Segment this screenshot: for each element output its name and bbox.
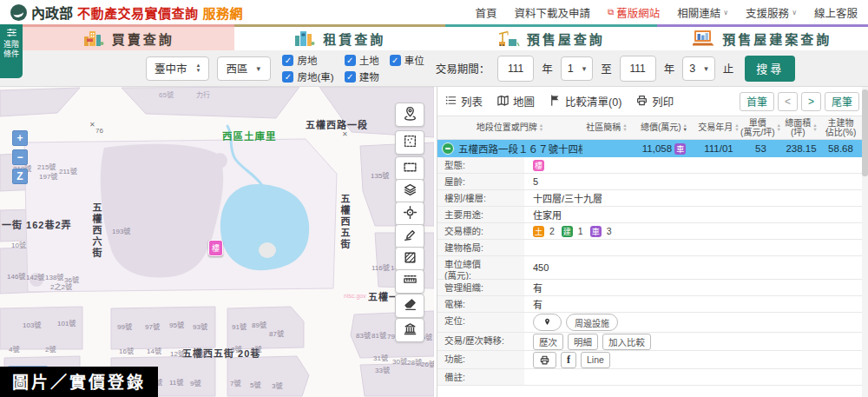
column-header-3[interactable]: 交易年月▲▼ bbox=[697, 122, 740, 133]
house-number-label: 197號 bbox=[39, 171, 57, 181]
nav-item-label: 首頁 bbox=[476, 4, 497, 21]
tab-label: 預售屋查詢 bbox=[527, 30, 605, 48]
zoom-out-button[interactable]: − bbox=[12, 149, 28, 165]
panel-scrollbar[interactable] bbox=[862, 87, 868, 397]
tab-label: 預售屋建案查詢 bbox=[722, 30, 832, 48]
nearby-facilities-button[interactable]: 周邊設施 bbox=[566, 314, 618, 331]
target-土-badge: 土 bbox=[533, 226, 544, 237]
tab-租賃查詢[interactable]: 租賃查詢 bbox=[234, 24, 446, 50]
scrollbar-thumb[interactable] bbox=[862, 89, 868, 176]
checkbox-check-icon: ✓ bbox=[390, 55, 401, 66]
year-to-input[interactable] bbox=[620, 56, 656, 82]
checkbox-車位[interactable]: ✓車位 bbox=[390, 53, 424, 67]
nav-item-label: 資料下載及申請 bbox=[515, 4, 591, 21]
map-tool-hatch-button[interactable] bbox=[395, 247, 424, 271]
toolbar-flag-button[interactable]: 比較清單(0) bbox=[549, 93, 621, 109]
tab-預售屋建案查詢[interactable]: 預售屋建案查詢 bbox=[657, 24, 868, 50]
map-tool-eraser-button[interactable] bbox=[395, 294, 424, 318]
checkbox-label: 土地 bbox=[359, 53, 379, 67]
column-header-0[interactable]: 地段位置或門牌▲▼ bbox=[437, 122, 582, 133]
detail-明細-button[interactable]: 明細 bbox=[568, 334, 598, 350]
year-from-input[interactable] bbox=[497, 56, 534, 82]
print-button[interactable] bbox=[533, 352, 556, 368]
map-tool-landmark-button[interactable] bbox=[395, 318, 424, 342]
detail-label: 主要用途: bbox=[437, 207, 524, 222]
nav-item-相關連結[interactable]: 相關連結∨ bbox=[677, 4, 728, 21]
tab-買賣查詢[interactable]: 買賣查詢 bbox=[23, 24, 234, 50]
map-tool-select-rect-button[interactable] bbox=[395, 156, 424, 181]
map-tool-locate-button[interactable] bbox=[395, 202, 424, 226]
nav-item-支援服務[interactable]: 支援服務∨ bbox=[746, 4, 797, 21]
prev-page-button[interactable]: < bbox=[778, 92, 798, 111]
locate-pin-button[interactable] bbox=[533, 314, 562, 331]
toolbar-list-button[interactable]: 列表 bbox=[444, 93, 483, 109]
first-page-button[interactable]: 首筆 bbox=[740, 92, 774, 111]
checkbox-label: 建物 bbox=[359, 69, 379, 83]
advanced-criteria-button[interactable]: 進階 條件 bbox=[0, 24, 23, 78]
map-tool-measure-button[interactable] bbox=[395, 269, 424, 294]
tab-預售屋查詢[interactable]: 預售屋查詢 bbox=[445, 24, 657, 50]
city-select[interactable]: 臺中市 ▲▼ bbox=[146, 56, 209, 81]
detail-value: fLine bbox=[524, 351, 868, 368]
zoom-in-button[interactable]: + bbox=[12, 130, 28, 146]
toolbar-label: 比較清單(0) bbox=[565, 93, 621, 109]
nav-item-label: 線上客服 bbox=[814, 4, 858, 21]
checkbox-土地[interactable]: ✓土地 bbox=[345, 53, 379, 67]
zoom-reset-button[interactable]: Z bbox=[12, 169, 28, 184]
map-tool-select-area-button[interactable] bbox=[395, 130, 424, 155]
pagination: 首筆<>尾筆 bbox=[740, 92, 859, 111]
house-number-label: 4號 bbox=[9, 344, 19, 354]
column-header-2[interactable]: 總價(萬元)▲▼ bbox=[631, 122, 697, 133]
nav-item-資料下載及申請[interactable]: 資料下載及申請 bbox=[515, 4, 591, 21]
toolbar-mapbook-button[interactable]: 地圖 bbox=[496, 93, 535, 109]
house-number-label: 7號 bbox=[230, 378, 240, 387]
checkbox-建物[interactable]: ✓建物 bbox=[345, 69, 379, 83]
nav-item-舊版網站[interactable]: ⧉舊版網站 bbox=[608, 4, 660, 21]
house-number-label: 2之2號 bbox=[50, 281, 72, 291]
house-number-label: 26號 bbox=[421, 359, 434, 368]
next-page-button[interactable]: > bbox=[801, 92, 821, 111]
month-to-select[interactable]: 3 ▾ bbox=[682, 56, 714, 81]
result-row-selected[interactable]: 五權西路一段１６７號十四樓11,058車111/0153238.1558.68 bbox=[437, 140, 868, 157]
detail-加入比較-button[interactable]: 加入比較 bbox=[602, 334, 651, 350]
target-count: 3 bbox=[607, 226, 612, 236]
sort-arrows-icon: ▲▼ bbox=[734, 123, 739, 133]
chevron-down-icon: ▾ bbox=[256, 64, 260, 73]
checkbox-房地(車)[interactable]: ✓房地(車) bbox=[282, 69, 333, 83]
nav-item-首頁[interactable]: 首頁 bbox=[476, 4, 497, 21]
house-number-label: 30號 bbox=[392, 356, 407, 366]
month-from-select[interactable]: 1 ▾ bbox=[561, 56, 593, 81]
column-header-4[interactable]: 單價 (萬元/坪)▲▼ bbox=[740, 118, 781, 138]
house-number-label: 83號 bbox=[356, 330, 371, 340]
last-page-button[interactable]: 尾筆 bbox=[825, 92, 859, 111]
toolbar-label: 列表 bbox=[461, 93, 483, 109]
house-number-label: 211號 bbox=[59, 166, 77, 175]
nav-item-線上客服[interactable]: 線上客服 bbox=[814, 4, 858, 21]
line-share-button[interactable]: Line bbox=[581, 352, 610, 368]
transaction-map-marker[interactable]: 樓 bbox=[208, 240, 223, 256]
parking-badge: 車 bbox=[674, 143, 686, 155]
checkbox-房地[interactable]: ✓房地 bbox=[282, 53, 333, 67]
map-tool-pin-button[interactable] bbox=[395, 103, 424, 127]
cell-total-price: 11,058車 bbox=[631, 143, 697, 155]
measure-icon bbox=[403, 273, 418, 291]
district-select[interactable]: 西區 ▾ bbox=[217, 56, 271, 81]
column-header-6[interactable]: 主建物 佔比(%) bbox=[821, 118, 860, 138]
tab-buildings2-icon bbox=[293, 29, 316, 49]
house-number-label: 9號 bbox=[190, 378, 201, 387]
search-button[interactable]: 搜尋 bbox=[745, 56, 795, 82]
facebook-share-button[interactable]: f bbox=[561, 352, 576, 368]
detail-label: 車位總價(萬元): bbox=[437, 256, 524, 279]
map-attribution: nlsc.gov bbox=[344, 293, 366, 299]
detail-label: 建物格局: bbox=[437, 240, 524, 255]
map-tool-layers-button[interactable] bbox=[395, 179, 424, 203]
toolbar-printer-button[interactable]: 列印 bbox=[635, 93, 674, 109]
site-logo[interactable]: 內政部 不動產交易實價查詢 服務網 bbox=[10, 2, 243, 23]
detail-歷次-button[interactable]: 歷次 bbox=[533, 334, 563, 350]
house-number-label: 215號 bbox=[37, 162, 56, 171]
column-header-5[interactable]: 總面積 (坪)▲▼ bbox=[781, 118, 821, 138]
map-tool-draw-button[interactable] bbox=[395, 224, 424, 248]
map-canvas[interactable]: 五權西路一段五權西六街五權西五街五權一街五權西五街 20巷一街 162巷2弄西區… bbox=[0, 87, 434, 397]
address-text: 五權西路一段１６７號十四樓 bbox=[458, 142, 582, 155]
column-header-1[interactable]: 社區簡稱▲▼ bbox=[582, 122, 631, 133]
